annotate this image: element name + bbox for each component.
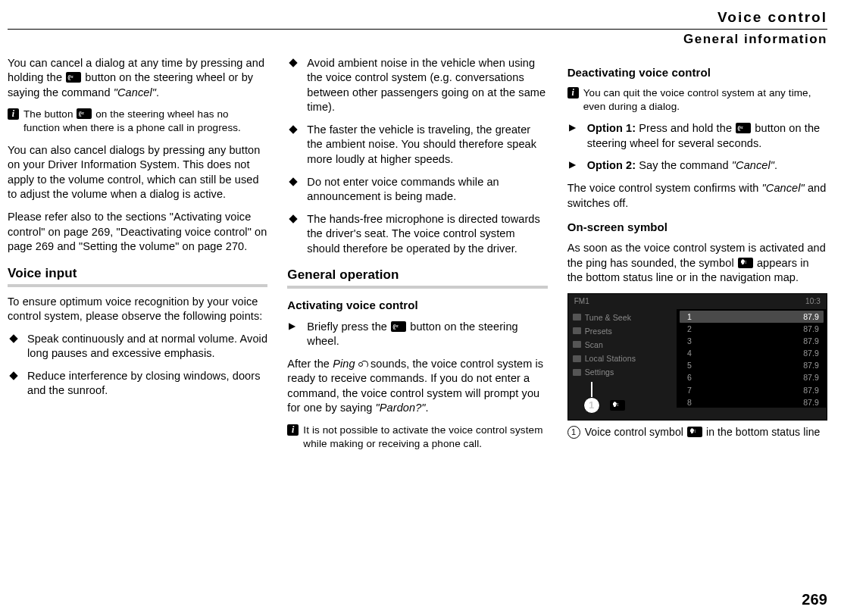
callout-badge: 1 [583,397,600,414]
command-text: "Cancel" [762,182,805,194]
heading-voice-input: Voice input [8,265,267,287]
preset-freq: 87.9 [803,397,819,408]
menu-label: Settings [585,367,614,377]
preset-row: 687.9 [677,371,827,383]
list-item: The hands-free microphone is directed to… [287,212,547,257]
info-text: You can quit the voice control system at… [583,86,827,114]
info-text: It is not possible to activate the voice… [303,424,547,451]
menu-row: Presets [573,324,672,338]
content-columns: You can cancel a dialog at any time by p… [8,56,827,459]
info-icon: i [287,424,299,436]
preset-num: 2 [687,324,692,334]
caption-text: Voice control symbol in the bottom statu… [585,425,821,439]
text: Voice control symbol [585,426,686,438]
preset-num: 5 [687,360,692,371]
menu-icon [573,341,581,348]
preset-freq: 87.9 [803,311,819,322]
column-3: Deactivating voice control i You can qui… [567,56,827,459]
list-item: Option 1: Press and hold the button on t… [567,121,827,151]
step-list: Briefly press the button on the steering… [287,320,547,349]
preset-row: 887.9 [677,396,827,408]
page-number: 269 [802,589,827,610]
command-text: "Pardon?" [376,402,426,414]
list-item: Briefly press the button on the steering… [287,320,547,349]
text: The voice control system confirms with [567,182,762,194]
info-note: i It is not possible to activate the voi… [287,424,547,451]
text: Say the command [639,159,732,171]
source-label: FM1 [574,296,589,307]
callout-number: 1 [567,426,580,439]
screenshot-radio: FM1 10:3 Tune & Seek Presets Scan Local … [567,293,827,421]
preset-row: 287.9 [677,323,827,335]
option-label: Option 2: [587,159,639,171]
text: The button [23,108,76,120]
voice-button-icon [736,123,751,133]
ping-text: Ping [333,358,355,370]
preset-freq: 87.9 [803,385,819,396]
bullet-list: Speak continuously and at normal volume.… [8,332,267,399]
list-item: The faster the vehicle is traveling, the… [287,123,547,167]
option-label: Option 1: [587,122,639,134]
text: . [156,86,159,98]
voice-symbol-icon [687,427,702,437]
command-text: "Cancel" [732,159,774,171]
info-icon: i [8,108,19,120]
preset-freq: 87.9 [803,324,819,334]
voice-button-icon [391,321,406,332]
list-item: Avoid ambient noise in the vehicle when … [287,56,547,115]
menu-label: Tune & Seek [585,312,631,323]
callout-line [591,382,592,397]
info-icon: i [567,87,579,98]
paragraph: As soon as the voice control system is a… [567,241,827,286]
heading-deactivating: Deactivating voice control [567,65,827,80]
command-text: "Cancel" [114,86,156,98]
preset-num: 6 [687,372,692,383]
preset-freq: 87.9 [803,372,819,383]
menu-label: Local Stations [585,353,636,364]
voice-symbol-icon [610,400,625,411]
chapter-title: Voice control [8,8,827,27]
divider [8,29,827,30]
heading-general-operation: General operation [287,267,547,289]
list-item: Option 2: Say the command "Cancel". [567,158,827,174]
text: Briefly press the [307,321,390,333]
heading-onscreen-symbol: On-screen symbol [567,220,827,235]
list-item: Do not enter voice commands while an ann… [287,175,547,205]
text: Press and hold the [639,122,735,134]
time-label: 10:3 [805,296,821,307]
preset-row: 187.9 [680,311,824,323]
paragraph: To ensure optimum voice recognition by y… [8,295,267,324]
text: in the bottom status line [703,426,820,438]
screenshot-topbar: FM1 10:3 [568,294,827,309]
voice-symbol-icon [738,258,753,268]
menu-row: Settings [573,365,672,379]
screenshot-preset-list: 187.9 287.9 387.9 487.9 587.9 687.9 787.… [677,309,827,408]
preset-num: 4 [687,348,692,358]
paragraph: You can cancel a dialog at any time by p… [8,56,267,101]
section-title: General information [8,31,827,48]
bullet-list: Avoid ambient noise in the vehicle when … [287,56,547,257]
paragraph: You can also cancel dialogs by pressing … [8,143,267,202]
screenshot-left-menu: Tune & Seek Presets Scan Local Stations … [568,309,677,408]
list-item: Reduce interference by closing windows, … [8,369,267,399]
figure-caption: 1 Voice control symbol in the bottom sta… [567,425,827,439]
menu-row: Local Stations [573,352,672,365]
paragraph: The voice control system confirms with "… [567,181,827,211]
menu-row: Tune & Seek [573,311,672,324]
step-list: Option 1: Press and hold the button on t… [567,121,827,174]
column-2: Avoid ambient noise in the vehicle when … [287,56,547,459]
preset-freq: 87.9 [803,360,819,371]
preset-freq: 87.9 [803,336,819,346]
menu-icon [573,327,581,334]
voice-button-icon [66,72,81,83]
menu-icon [573,314,581,321]
preset-num: 1 [687,311,692,322]
preset-row: 387.9 [677,335,827,347]
ping-icon [358,359,367,368]
menu-label: Scan [585,339,603,350]
menu-row: Scan [573,338,672,352]
preset-num: 8 [687,397,692,408]
column-1: You can cancel a dialog at any time by p… [8,56,267,459]
menu-icon [573,369,581,376]
menu-icon [573,355,581,362]
